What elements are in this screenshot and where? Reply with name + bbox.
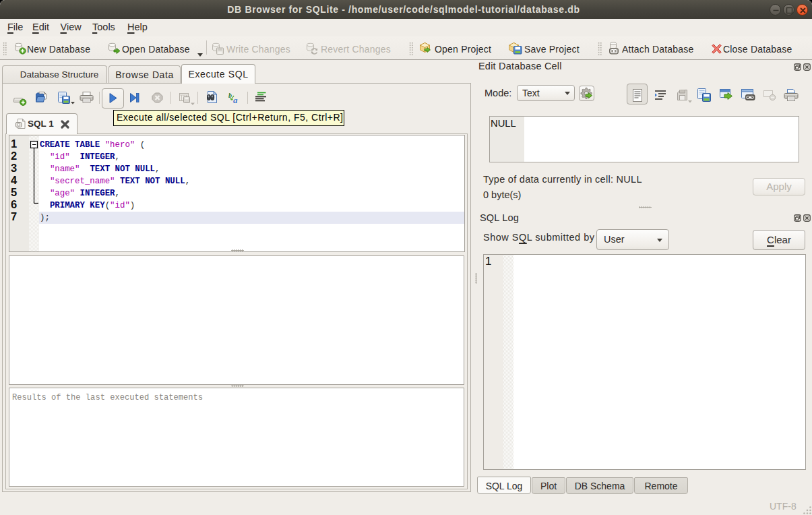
svg-text:a: a [233,95,238,104]
svg-text:b: b [228,92,232,99]
